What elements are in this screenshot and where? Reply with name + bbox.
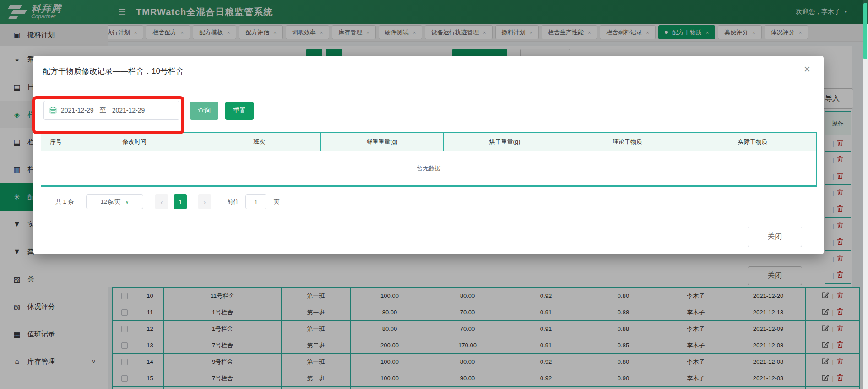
next-page-button[interactable]: › [198,194,211,209]
goto-page-input[interactable]: 1 [245,194,266,209]
query-button[interactable]: 查询 [190,102,218,120]
reset-button[interactable]: 重置 [225,102,254,120]
prev-page-button[interactable]: ‹ [155,194,168,209]
page-number-button[interactable]: 1 [174,194,187,209]
modal-title: 配方干物质修改记录——栏舍：10号栏舍 [43,66,184,76]
date-start-value: 2021-12-29 [61,107,94,114]
records-table-header: 序号修改时间班次鲜重重量(g)烘干重量(g)理论干物质实际干物质 [41,132,817,151]
dry-matter-records-modal: 配方干物质修改记录——栏舍：10号栏舍 ✕ 2021-12-29 至 2021-… [33,56,824,254]
page-size-value: 12条/页 [101,198,121,206]
scrollbar[interactable] [863,0,868,389]
records-header-实际干物质: 实际干物质 [689,133,817,151]
records-header-理论干物质: 理论干物质 [566,133,689,151]
records-header-烘干重量(g): 烘干重量(g) [444,133,566,151]
page-size-select[interactable]: 12条/页 ∨ [86,194,143,209]
records-table: 序号修改时间班次鲜重重量(g)烘干重量(g)理论干物质实际干物质 暂无数据 [41,132,817,187]
date-end-value: 2021-12-29 [112,107,145,114]
pagination-total: 共 1 条 [55,194,74,209]
records-header-修改时间: 修改时间 [71,133,198,151]
records-header-班次: 班次 [198,133,321,151]
records-header-序号: 序号 [41,133,71,151]
date-separator: 至 [100,106,106,114]
app-root: 科拜腾 Copartner ☰ TMRWatch全混合日粮监管系统 欢迎您，李木… [0,0,868,389]
records-header-鲜重重量(g): 鲜重重量(g) [321,133,444,151]
empty-placeholder: 暂无数据 [41,151,817,187]
calendar-icon [49,107,57,114]
scrollbar-thumb[interactable] [863,3,867,59]
chevron-down-icon: ∨ [125,200,129,205]
modal-divider [33,86,824,86]
page-unit-label: 页 [274,194,280,209]
close-icon[interactable]: ✕ [803,65,811,74]
date-range-input[interactable]: 2021-12-29 至 2021-12-29 [43,101,179,120]
goto-label: 前往 [227,194,239,209]
modal-close-button[interactable]: 关闭 [748,227,802,247]
pagination: 共 1 条 12条/页 ∨ ‹ 1 › 前往 1 页 [33,194,824,209]
